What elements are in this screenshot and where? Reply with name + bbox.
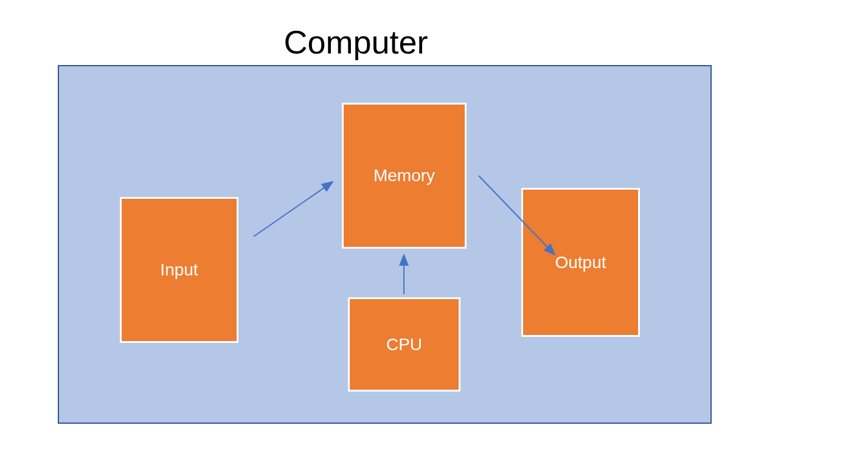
input-box: Input <box>120 197 238 343</box>
diagram-title: Computer <box>0 23 712 61</box>
memory-box-label: Memory <box>373 166 435 185</box>
computer-container: Input Memory CPU Output <box>58 65 712 424</box>
cpu-box: CPU <box>348 297 460 392</box>
memory-box: Memory <box>342 103 467 249</box>
cpu-box-label: CPU <box>386 335 422 354</box>
output-box-label: Output <box>555 253 606 272</box>
output-box: Output <box>521 188 640 337</box>
arrow-input-to-memory <box>254 182 333 236</box>
input-box-label: Input <box>160 260 198 280</box>
